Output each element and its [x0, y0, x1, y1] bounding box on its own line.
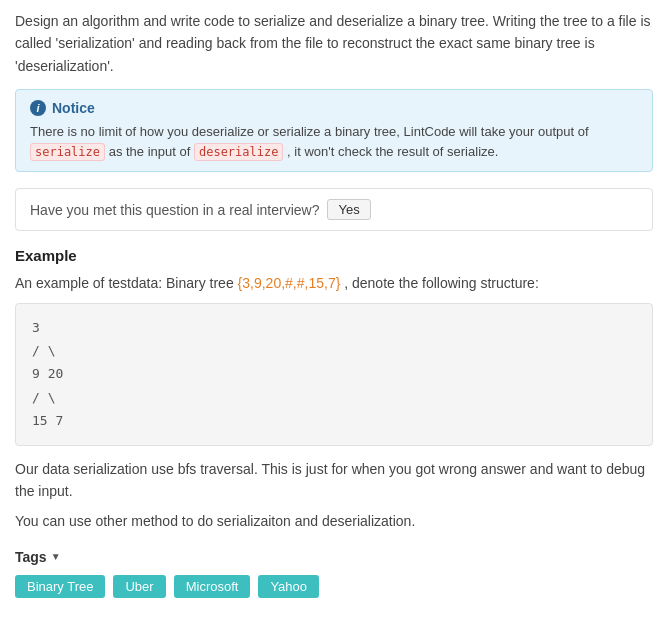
tags-label: Tags — [15, 549, 47, 565]
notice-title-text: Notice — [52, 100, 95, 116]
notice-text-before: There is no limit of how you deserialize… — [30, 124, 589, 139]
tree-line-5: 15 7 — [32, 409, 636, 432]
bfs-text: Our data serialization use bfs traversal… — [15, 458, 653, 503]
main-container: Design an algorithm and write code to se… — [0, 0, 668, 620]
example-section: Example An example of testdata: Binary t… — [15, 247, 653, 533]
notice-body: There is no limit of how you deserialize… — [30, 122, 638, 161]
tree-line-4: / \ — [32, 386, 636, 409]
tree-line-2: / \ — [32, 339, 636, 362]
interview-box: Have you met this question in a real int… — [15, 188, 653, 231]
tag-uber[interactable]: Uber — [113, 575, 165, 598]
tags-arrow-icon: ▼ — [51, 551, 61, 562]
example-title: Example — [15, 247, 653, 264]
interview-question: Have you met this question in a real int… — [30, 202, 319, 218]
notice-box: i Notice There is no limit of how you de… — [15, 89, 653, 172]
example-intro-text: An example of testdata: Binary tree — [15, 275, 234, 291]
tree-line-1: 3 — [32, 316, 636, 339]
method-text: You can use other method to do serializa… — [15, 510, 653, 532]
tag-binary-tree[interactable]: Binary Tree — [15, 575, 105, 598]
info-icon: i — [30, 100, 46, 116]
notice-text-after: , it won't check the result of serialize… — [287, 144, 498, 159]
example-intro: An example of testdata: Binary tree {3,9… — [15, 272, 653, 294]
description-text: Design an algorithm and write code to se… — [15, 10, 653, 77]
tags-list: Binary Tree Uber Microsoft Yahoo — [15, 575, 653, 598]
tags-header[interactable]: Tags ▼ — [15, 549, 653, 565]
tree-diagram: 3 / \ 9 20 / \ 15 7 — [15, 303, 653, 446]
testdata-highlight: {3,9,20,#,#,15,7} — [238, 275, 341, 291]
tag-microsoft[interactable]: Microsoft — [174, 575, 251, 598]
yes-button[interactable]: Yes — [327, 199, 370, 220]
example-intro-suffix: , denote the following structure: — [344, 275, 539, 291]
notice-title: i Notice — [30, 100, 638, 116]
serialize-code: serialize — [30, 143, 105, 161]
notice-text-middle: as the input of — [109, 144, 191, 159]
deserialize-code: deserialize — [194, 143, 283, 161]
tag-yahoo[interactable]: Yahoo — [258, 575, 319, 598]
tree-line-3: 9 20 — [32, 362, 636, 385]
tags-section: Tags ▼ Binary Tree Uber Microsoft Yahoo — [15, 549, 653, 598]
